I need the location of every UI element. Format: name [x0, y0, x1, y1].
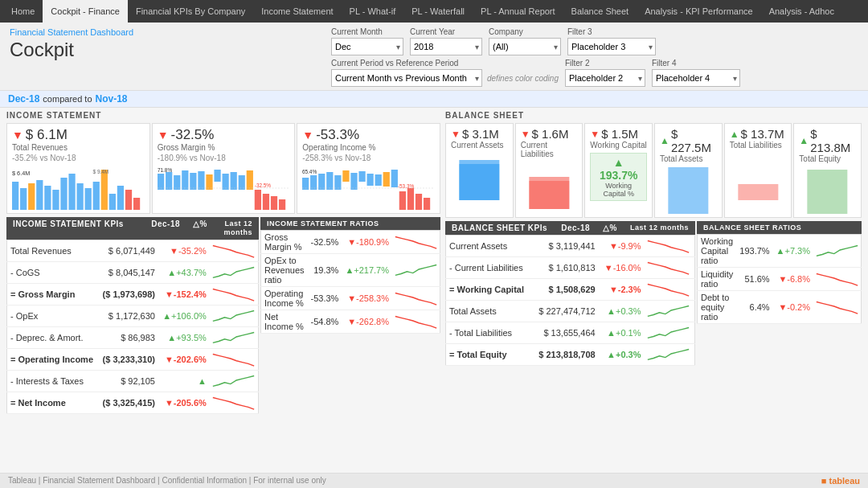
- svg-rect-15: [133, 198, 140, 210]
- svg-rect-45: [367, 174, 374, 186]
- filter-period: Current Period vs Reference Period Curre…: [331, 59, 559, 87]
- nav-cockpit-finance[interactable]: Cockpit - Finance: [43, 0, 128, 23]
- bs-row-spark: [645, 257, 695, 279]
- balance-sheet-section: BALANCE SHEET ▼ $ 3.1M Current Assets: [445, 111, 862, 414]
- income-tile3-delta: -258.3% vs Nov-18: [302, 154, 435, 162]
- income-tile1-label: Total Revenues: [12, 143, 145, 152]
- income-row-value: $ 92,105: [98, 370, 158, 392]
- income-section-label: INCOME STATEMENT: [6, 111, 440, 120]
- income-row-spark: [210, 261, 259, 283]
- bs-row-label: Current Assets: [446, 236, 532, 257]
- income-row-value: $ 86,983: [98, 326, 158, 348]
- svg-rect-14: [125, 190, 132, 210]
- svg-rect-3: [36, 180, 43, 210]
- filter-4: Filter 4 Placeholder 4: [652, 59, 740, 87]
- svg-rect-59: [529, 181, 569, 209]
- bs-row-delta: ▲+0.3%: [599, 344, 645, 366]
- svg-rect-9: [85, 188, 92, 210]
- bs-row-delta: ▼-2.3%: [599, 279, 645, 301]
- svg-rect-44: [359, 171, 366, 182]
- income-row-spark: [210, 283, 259, 305]
- bs-ratio-row-delta: ▼-0.2%: [773, 291, 813, 324]
- svg-rect-31: [262, 194, 268, 210]
- nav-kpis-by-company[interactable]: Financial KPIs By Company: [128, 0, 253, 23]
- svg-rect-23: [198, 171, 204, 190]
- ratio-row-delta: ▼-180.9%: [342, 231, 392, 254]
- svg-rect-25: [214, 170, 220, 182]
- bs-tile-total-equity: ▲ $ 213.8M Total Equity: [793, 123, 862, 218]
- bs-row-spark: [645, 236, 695, 257]
- bs-ratio-row-spark: [813, 291, 862, 324]
- nav-kpi-performance[interactable]: Analysis - KPI Performance: [637, 0, 761, 23]
- bs-row-spark: [645, 344, 695, 366]
- svg-text:$ 9.4M: $ 9.4M: [93, 169, 109, 174]
- filter3-select[interactable]: Placeholder 3: [567, 38, 656, 55]
- bs-kpi-header: BALANCE SHEET KPIs Dec-18 △% Last 12 mon…: [445, 221, 695, 235]
- svg-rect-2: [28, 183, 35, 210]
- income-row-spark: [210, 240, 259, 261]
- svg-rect-42: [343, 170, 350, 182]
- income-row-delta: ▼-152.4%: [158, 283, 210, 305]
- income-row-spark: [210, 305, 259, 326]
- ratio-row-spark: [392, 310, 440, 334]
- filter-current-year: Current Year 2018: [410, 27, 482, 55]
- income-tile2-value: -32.5%: [171, 127, 215, 143]
- income-row-spark: [210, 370, 259, 392]
- bs-ratio-row-label: Debt to equity ratio: [697, 291, 736, 324]
- current-year-select[interactable]: 2018: [410, 38, 482, 55]
- ratio-row-spark: [392, 231, 440, 254]
- bs-tile-total-assets: ▲ $ 227.5M Total Assets: [654, 123, 723, 218]
- nav-pl-whatif[interactable]: PL - What-if: [342, 0, 404, 23]
- bs-row-value: $ 227,474,712: [532, 301, 599, 322]
- bs-ratio-row-delta: ▼-6.8%: [773, 268, 813, 291]
- company-select[interactable]: (All): [489, 38, 561, 55]
- svg-rect-43: [351, 173, 358, 190]
- tableau-logo: ■ tableau: [821, 476, 860, 486]
- svg-rect-61: [738, 184, 778, 200]
- income-row-label: - OpEx: [7, 305, 99, 326]
- income-tiles: ▼ $ 6.1M Total Revenues -35.2% vs Nov-18: [6, 123, 440, 214]
- ratio-row-value: -53.3%: [308, 287, 342, 310]
- period-select[interactable]: Current Month vs Previous Month: [331, 69, 482, 87]
- current-month-select[interactable]: Dec: [331, 38, 403, 55]
- ratio-row-spark: [392, 254, 440, 287]
- svg-rect-10: [93, 182, 100, 210]
- bs-row-delta: ▼-9.9%: [599, 236, 645, 257]
- ratio-row-value: -32.5%: [308, 231, 342, 254]
- svg-rect-12: [109, 194, 116, 210]
- income-tile1-value: $ 6.1M: [26, 127, 68, 143]
- filter-row-bottom: Current Period vs Reference Period Curre…: [331, 59, 858, 87]
- bs-tile-current-assets: ▼ $ 3.1M Current Assets: [445, 123, 514, 218]
- bs-row-spark: [645, 301, 695, 322]
- nav-bar: Home Cockpit - Finance Financial KPIs By…: [0, 0, 868, 23]
- nav-balance-sheet[interactable]: Balance Sheet: [563, 0, 637, 23]
- color-coding-note: defines color coding: [487, 74, 559, 83]
- filter4-select[interactable]: Placeholder 4: [652, 69, 740, 87]
- nav-adhoc[interactable]: Analysis - Adhoc: [761, 0, 842, 23]
- filter2-select[interactable]: Placeholder 2: [565, 69, 645, 87]
- income-row-delta: ▼-202.6%: [158, 348, 210, 370]
- filter-row-top: Current Month Dec Current Year 2018 Comp…: [331, 27, 858, 55]
- current-liabilities-chart: [521, 161, 578, 209]
- income-tile-margin: ▼ -32.5% Gross Margin % -180.9% vs Nov-1…: [152, 123, 296, 214]
- operating-chart: 65.4% -53.3%: [302, 166, 435, 210]
- income-row-value: ($ 3,233,310): [98, 348, 158, 370]
- nav-pl-waterfall[interactable]: PL - Waterfall: [403, 0, 473, 23]
- svg-rect-51: [416, 194, 422, 210]
- main-content: INCOME STATEMENT ▼ $ 6.1M Total Revenues…: [0, 108, 868, 430]
- svg-rect-20: [174, 175, 180, 190]
- svg-rect-30: [254, 190, 260, 210]
- bs-ratio-row-spark: [813, 268, 862, 291]
- nav-pl-annual[interactable]: PL - Annual Report: [473, 0, 563, 23]
- bs-row-value: $ 13,655,464: [532, 322, 599, 344]
- svg-rect-29: [246, 170, 252, 190]
- ratio-row-label: Net Income %: [260, 310, 307, 334]
- svg-rect-50: [407, 188, 414, 210]
- bs-row-value: $ 1,508,629: [532, 279, 599, 301]
- nav-home[interactable]: Home: [3, 0, 43, 23]
- nav-income-statement[interactable]: Income Statement: [253, 0, 341, 23]
- income-row-value: ($ 1,973,698): [98, 283, 158, 305]
- svg-text:65.4%: 65.4%: [302, 169, 317, 174]
- income-row-delta: ▲+93.5%: [158, 326, 210, 348]
- income-kpi-header: INCOME STATEMENT KPIs Dec-18 △% Last 12 …: [6, 217, 259, 240]
